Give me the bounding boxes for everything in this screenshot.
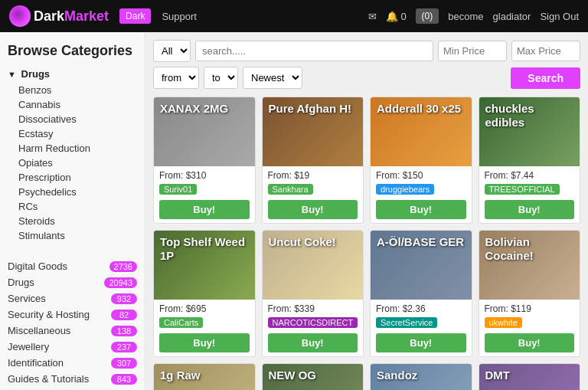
product-image: chuckles edibles [479,97,580,166]
product-card: Adderall 30 x25 From: $150 druggiebears … [370,97,472,224]
product-card: chuckles edibles From: $7.44 TREESOFFICI… [479,97,581,224]
seller-badge: Suriv01 [159,184,197,195]
buy-button[interactable]: Buy! [485,333,575,352]
buy-button[interactable]: Buy! [159,200,250,219]
product-image: A-Öl/BASE GER [371,231,472,300]
sidebar-item-steroids[interactable]: Steroids [8,214,137,228]
search-button[interactable]: Search [511,67,580,89]
sidebar-cat-drugs[interactable]: Drugs20943 [8,274,137,290]
product-image: XANAX 2MG [154,97,255,166]
sidebar-cat-guides-&-tutorials[interactable]: Guides & Tutorials843 [8,371,137,387]
drugs-sub-list: BenzosCannabisDissociativesEcstasyHarm R… [8,83,137,243]
seller-badge: SecretService [376,317,437,328]
category-select[interactable]: All [153,40,191,62]
product-card: Uncut Coke! From: $339 NARCOTICSDIRECT B… [262,230,364,357]
product-body: From: $150 druggiebears Buy! [371,166,472,223]
product-card: Bolivian Cocaine! From: $119 ukwhite Buy… [479,230,581,357]
product-body: From: $119 ukwhite Buy! [479,300,580,356]
support-link[interactable]: Support [162,11,197,22]
buy-button[interactable]: Buy! [376,333,466,352]
messages-icon[interactable]: ✉ [368,11,377,22]
seller-badge: Sankhara [268,184,313,195]
sidebar-cat-security-&-hosting[interactable]: Security & Hosting82 [8,306,137,323]
product-image: Adderall 30 x25 [371,97,472,166]
product-title: Bolivian Cocaine! [479,231,580,267]
search-bar-row2: from to Newest Search [153,67,580,89]
product-card: 1g Raw [153,363,256,390]
sidebar: Browse Categories ▼ Drugs BenzosCannabis… [0,32,145,390]
become-link[interactable]: become [448,11,483,22]
product-card: XANAX 2MG From: $310 Suriv01 Buy! [153,97,256,224]
category-list: Digital Goods2736Drugs20943Services932Se… [8,258,137,387]
content-area: All from to Newest Search XANAX 2MG [145,32,588,390]
sidebar-item-benzos[interactable]: Benzos [8,83,137,97]
max-price-input[interactable] [511,41,580,61]
product-body: From: $310 Suriv01 Buy! [154,166,255,223]
product-price: From: $695 [159,303,250,314]
product-body: From: $7.44 TREESOFFICIAL Buy! [479,166,580,223]
product-image: Bolivian Cocaine! [479,231,580,300]
product-body: From: $339 NARCOTICSDIRECT Buy! [263,300,364,356]
seller-badge: TREESOFFICIAL [485,184,560,195]
logo-market-text: Market [64,8,109,25]
buy-button[interactable]: Buy! [376,200,466,219]
product-card: A-Öl/BASE GER From: $2.36 SecretService … [370,230,472,357]
to-select[interactable]: to [204,67,238,89]
seller-badge: CaliCarts [159,317,203,328]
product-title: chuckles edibles [479,97,580,134]
buy-button[interactable]: Buy! [159,333,250,352]
sidebar-item-opiates[interactable]: Opiates [8,156,137,170]
product-title: Pure Afghan H! [263,97,358,120]
product-price: From: $150 [376,170,466,181]
buy-button[interactable]: Buy! [268,333,358,352]
buy-button[interactable]: Buy! [485,200,575,219]
product-card: Pure Afghan H! From: $19 Sankhara Buy! [262,97,364,224]
product-body: From: $2.36 SecretService Buy! [371,300,472,356]
user-link[interactable]: gladiator [493,11,531,22]
sidebar-title: Browse Categories [8,43,137,59]
product-image: Top Shelf Weed 1P [154,231,255,300]
min-price-input[interactable] [438,41,507,61]
sort-select[interactable]: Newest [243,67,302,89]
sidebar-item-stimulants[interactable]: Stimulants [8,228,137,243]
product-price: From: $310 [159,170,250,181]
sidebar-item-dissociatives[interactable]: Dissociatives [8,112,137,126]
product-card: DMT [479,363,581,390]
product-body: From: $695 CaliCarts Buy! [154,300,255,356]
sidebar-item-ecstasy[interactable]: Ecstasy [8,126,137,141]
search-bar-row1: All [153,40,580,62]
sidebar-item-harm-reduction[interactable]: Harm Reduction [8,141,137,156]
product-title: Sandoz [371,364,423,387]
header-icons: ✉ 🔔 0 (0) become gladiator Sign Out [368,8,579,24]
cart-button[interactable]: (0) [416,8,439,24]
product-title: 1g Raw [154,364,207,387]
product-title: XANAX 2MG [154,97,234,120]
sidebar-item-rcs[interactable]: RCs [8,199,137,214]
product-title: NEW OG [263,364,323,387]
sidebar-cat-identification[interactable]: Identification307 [8,355,137,371]
product-image: 1g Raw [154,364,255,390]
sidebar-item-psychedelics[interactable]: Psychedelics [8,185,137,199]
from-select[interactable]: from [153,67,199,89]
logo: DarkMarket [9,5,109,27]
sidebar-cat-digital-goods[interactable]: Digital Goods2736 [8,258,137,274]
dark-button[interactable]: Dark [119,8,151,24]
triangle-icon: ▼ [8,70,16,79]
signout-link[interactable]: Sign Out [540,11,579,22]
seller-badge: druggiebears [376,184,434,195]
logo-icon [9,5,31,27]
sidebar-cat-services[interactable]: Services932 [8,290,137,306]
product-title: DMT [479,364,517,387]
search-input[interactable] [195,41,433,61]
notifications-icon[interactable]: 🔔 0 [386,11,406,22]
sidebar-cat-jewellery[interactable]: Jewellery237 [8,339,137,355]
product-card: Top Shelf Weed 1P From: $695 CaliCarts B… [153,230,256,357]
product-title: Uncut Coke! [263,231,342,254]
sidebar-item-cannabis[interactable]: Cannabis [8,97,137,112]
product-price: From: $119 [485,303,575,314]
sidebar-item-prescription[interactable]: Prescription [8,170,137,185]
buy-button[interactable]: Buy! [268,200,358,219]
product-image: Sandoz [371,364,472,390]
sidebar-cat-miscellaneous[interactable]: Miscellaneous138 [8,323,137,339]
main-layout: Browse Categories ▼ Drugs BenzosCannabis… [0,32,588,390]
